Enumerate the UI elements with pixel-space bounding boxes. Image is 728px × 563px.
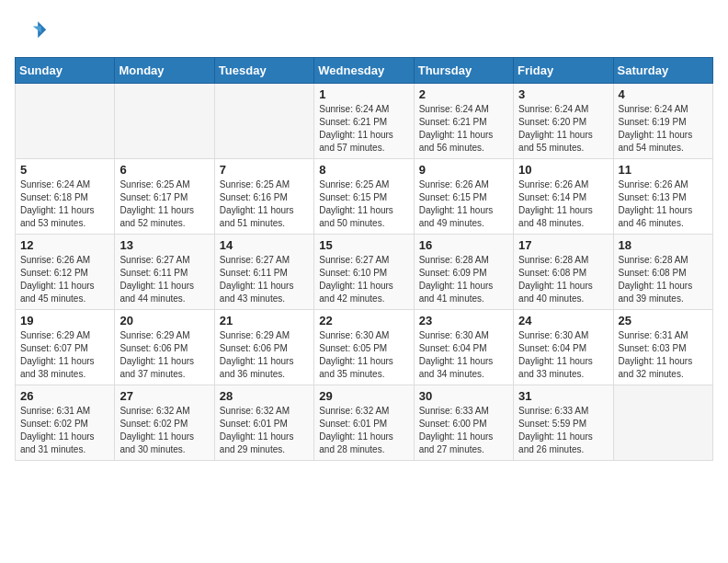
day-info: Sunrise: 6:28 AM Sunset: 6:08 PM Dayligh… <box>619 254 708 305</box>
day-info: Sunrise: 6:31 AM Sunset: 6:03 PM Dayligh… <box>619 329 708 381</box>
day-number: 27 <box>119 389 209 403</box>
day-number: 22 <box>319 314 408 327</box>
day-number: 17 <box>518 238 608 252</box>
calendar-cell: 18Sunrise: 6:28 AM Sunset: 6:08 PM Dayli… <box>613 235 712 310</box>
calendar-cell: 17Sunrise: 6:28 AM Sunset: 6:08 PM Dayli… <box>514 235 613 310</box>
calendar-cell: 4Sunrise: 6:24 AM Sunset: 6:19 PM Daylig… <box>613 84 712 159</box>
day-number: 5 <box>20 163 109 177</box>
day-number: 15 <box>319 238 408 252</box>
day-number: 9 <box>419 163 508 177</box>
calendar-cell: 11Sunrise: 6:26 AM Sunset: 6:13 PM Dayli… <box>613 159 712 235</box>
calendar-cell: 9Sunrise: 6:26 AM Sunset: 6:15 PM Daylig… <box>414 159 513 235</box>
day-info: Sunrise: 6:27 AM Sunset: 6:11 PM Dayligh… <box>119 254 209 305</box>
day-info: Sunrise: 6:32 AM Sunset: 6:01 PM Dayligh… <box>319 405 408 456</box>
day-info: Sunrise: 6:28 AM Sunset: 6:08 PM Dayligh… <box>518 254 608 305</box>
day-number: 31 <box>518 389 608 403</box>
day-number: 20 <box>119 314 209 327</box>
calendar-cell: 30Sunrise: 6:33 AM Sunset: 6:00 PM Dayli… <box>414 385 513 461</box>
calendar-cell: 27Sunrise: 6:32 AM Sunset: 6:02 PM Dayli… <box>115 385 214 461</box>
calendar-header-row: SundayMondayTuesdayWednesdayThursdayFrid… <box>16 58 713 84</box>
day-info: Sunrise: 6:25 AM Sunset: 6:15 PM Dayligh… <box>319 178 408 230</box>
day-number: 1 <box>319 87 408 101</box>
day-number: 3 <box>518 87 608 101</box>
day-info: Sunrise: 6:27 AM Sunset: 6:10 PM Dayligh… <box>319 254 408 305</box>
day-info: Sunrise: 6:25 AM Sunset: 6:16 PM Dayligh… <box>220 178 309 230</box>
calendar-cell: 28Sunrise: 6:32 AM Sunset: 6:01 PM Dayli… <box>214 385 313 461</box>
day-info: Sunrise: 6:24 AM Sunset: 6:20 PM Dayligh… <box>518 103 608 155</box>
day-info: Sunrise: 6:31 AM Sunset: 6:02 PM Dayligh… <box>20 405 109 456</box>
day-number: 23 <box>419 314 508 327</box>
day-number: 29 <box>319 389 408 403</box>
day-info: Sunrise: 6:29 AM Sunset: 6:06 PM Dayligh… <box>119 329 209 381</box>
calendar-cell: 31Sunrise: 6:33 AM Sunset: 5:59 PM Dayli… <box>514 385 613 461</box>
day-info: Sunrise: 6:26 AM Sunset: 6:13 PM Dayligh… <box>619 178 708 230</box>
day-number: 24 <box>518 314 608 327</box>
day-info: Sunrise: 6:24 AM Sunset: 6:21 PM Dayligh… <box>419 103 508 155</box>
day-info: Sunrise: 6:30 AM Sunset: 6:04 PM Dayligh… <box>518 329 608 381</box>
logo-icon <box>15 15 48 48</box>
day-info: Sunrise: 6:33 AM Sunset: 5:59 PM Dayligh… <box>518 405 608 456</box>
day-number: 13 <box>119 238 209 252</box>
calendar-cell: 16Sunrise: 6:28 AM Sunset: 6:09 PM Dayli… <box>414 235 513 310</box>
calendar-cell: 6Sunrise: 6:25 AM Sunset: 6:17 PM Daylig… <box>115 159 214 235</box>
day-number: 6 <box>119 163 209 177</box>
calendar-cell: 23Sunrise: 6:30 AM Sunset: 6:04 PM Dayli… <box>414 310 513 385</box>
day-info: Sunrise: 6:26 AM Sunset: 6:14 PM Dayligh… <box>518 178 608 230</box>
calendar-cell: 2Sunrise: 6:24 AM Sunset: 6:21 PM Daylig… <box>414 84 513 159</box>
calendar-cell <box>115 84 214 159</box>
day-number: 21 <box>220 314 309 327</box>
day-info: Sunrise: 6:28 AM Sunset: 6:09 PM Dayligh… <box>419 254 508 305</box>
day-info: Sunrise: 6:30 AM Sunset: 6:04 PM Dayligh… <box>419 329 508 381</box>
calendar-cell: 14Sunrise: 6:27 AM Sunset: 6:11 PM Dayli… <box>214 235 313 310</box>
col-header-monday: Monday <box>115 58 214 84</box>
calendar-cell: 7Sunrise: 6:25 AM Sunset: 6:16 PM Daylig… <box>214 159 313 235</box>
col-header-friday: Friday <box>514 58 613 84</box>
col-header-thursday: Thursday <box>414 58 513 84</box>
day-number: 18 <box>619 238 708 252</box>
calendar-cell: 12Sunrise: 6:26 AM Sunset: 6:12 PM Dayli… <box>16 235 115 310</box>
calendar-week-row: 1Sunrise: 6:24 AM Sunset: 6:21 PM Daylig… <box>16 84 713 159</box>
calendar-cell: 29Sunrise: 6:32 AM Sunset: 6:01 PM Dayli… <box>314 385 414 461</box>
day-info: Sunrise: 6:27 AM Sunset: 6:11 PM Dayligh… <box>220 254 309 305</box>
day-info: Sunrise: 6:29 AM Sunset: 6:07 PM Dayligh… <box>20 329 109 381</box>
day-number: 25 <box>619 314 708 327</box>
day-number: 2 <box>419 87 508 101</box>
col-header-tuesday: Tuesday <box>214 58 313 84</box>
calendar-cell: 25Sunrise: 6:31 AM Sunset: 6:03 PM Dayli… <box>613 310 712 385</box>
day-info: Sunrise: 6:33 AM Sunset: 6:00 PM Dayligh… <box>419 405 508 456</box>
day-number: 16 <box>419 238 508 252</box>
calendar-cell: 21Sunrise: 6:29 AM Sunset: 6:06 PM Dayli… <box>214 310 313 385</box>
day-number: 26 <box>20 389 109 403</box>
day-number: 11 <box>619 163 708 177</box>
day-info: Sunrise: 6:32 AM Sunset: 6:01 PM Dayligh… <box>220 405 309 456</box>
calendar-cell <box>16 84 115 159</box>
day-info: Sunrise: 6:24 AM Sunset: 6:21 PM Dayligh… <box>319 103 408 155</box>
logo <box>15 15 51 48</box>
calendar-week-row: 26Sunrise: 6:31 AM Sunset: 6:02 PM Dayli… <box>16 385 713 461</box>
day-number: 14 <box>220 238 309 252</box>
day-info: Sunrise: 6:26 AM Sunset: 6:12 PM Dayligh… <box>20 254 109 305</box>
day-number: 19 <box>20 314 109 327</box>
calendar-cell: 5Sunrise: 6:24 AM Sunset: 6:18 PM Daylig… <box>16 159 115 235</box>
calendar-week-row: 5Sunrise: 6:24 AM Sunset: 6:18 PM Daylig… <box>16 159 713 235</box>
calendar-table: SundayMondayTuesdayWednesdayThursdayFrid… <box>15 57 713 461</box>
calendar-cell: 20Sunrise: 6:29 AM Sunset: 6:06 PM Dayli… <box>115 310 214 385</box>
day-number: 4 <box>619 87 708 101</box>
calendar-cell: 19Sunrise: 6:29 AM Sunset: 6:07 PM Dayli… <box>16 310 115 385</box>
col-header-sunday: Sunday <box>16 58 115 84</box>
day-number: 10 <box>518 163 608 177</box>
col-header-wednesday: Wednesday <box>314 58 414 84</box>
calendar-cell: 8Sunrise: 6:25 AM Sunset: 6:15 PM Daylig… <box>314 159 414 235</box>
day-info: Sunrise: 6:30 AM Sunset: 6:05 PM Dayligh… <box>319 329 408 381</box>
calendar-cell: 22Sunrise: 6:30 AM Sunset: 6:05 PM Dayli… <box>314 310 414 385</box>
calendar-cell: 1Sunrise: 6:24 AM Sunset: 6:21 PM Daylig… <box>314 84 414 159</box>
calendar-cell: 15Sunrise: 6:27 AM Sunset: 6:10 PM Dayli… <box>314 235 414 310</box>
page-header <box>15 15 713 48</box>
calendar-cell: 24Sunrise: 6:30 AM Sunset: 6:04 PM Dayli… <box>514 310 613 385</box>
calendar-cell: 3Sunrise: 6:24 AM Sunset: 6:20 PM Daylig… <box>514 84 613 159</box>
day-number: 7 <box>220 163 309 177</box>
calendar-cell: 26Sunrise: 6:31 AM Sunset: 6:02 PM Dayli… <box>16 385 115 461</box>
day-number: 8 <box>319 163 408 177</box>
calendar-cell: 13Sunrise: 6:27 AM Sunset: 6:11 PM Dayli… <box>115 235 214 310</box>
calendar-week-row: 19Sunrise: 6:29 AM Sunset: 6:07 PM Dayli… <box>16 310 713 385</box>
